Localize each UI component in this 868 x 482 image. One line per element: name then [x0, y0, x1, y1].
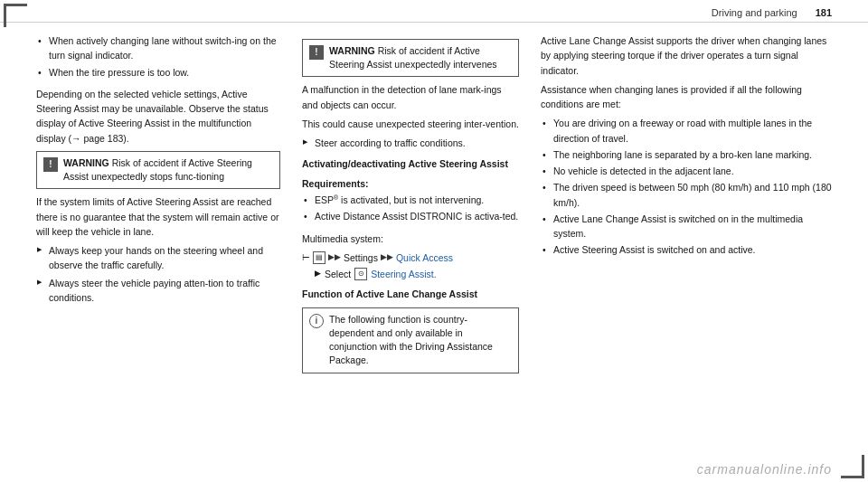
- section-head-activating: Activating/deactivating Active Steering …: [302, 156, 519, 171]
- function-head: Function of Active Lane Change Assist: [302, 287, 519, 301]
- steering-icon: ⊙: [358, 269, 364, 279]
- list-item: Active Steering Assist is switched on an…: [541, 242, 832, 257]
- page-header: Driving and parking 181: [0, 0, 868, 23]
- note-text-1: The following function is country-depend…: [329, 313, 512, 368]
- left-column: When actively changing lane without swit…: [36, 33, 280, 463]
- multimedia-path: ⊢ ▤ ▶▶ Settings ▶▶ Quick Access: [302, 250, 519, 265]
- info-icon: i: [309, 314, 324, 328]
- middle-column: ! WARNING Risk of accident if Active Ste…: [302, 33, 519, 463]
- corner-decoration-tl: [4, 4, 27, 27]
- left-arrow-list: Always keep your hands on the steering w…: [36, 243, 280, 305]
- car-home-icon: ⊢: [302, 250, 310, 265]
- warning-icon-2: !: [309, 45, 324, 60]
- select-label: Select: [325, 267, 351, 281]
- steering-icon-box: ⊙: [354, 268, 367, 280]
- path-arrow-2: ▶▶: [381, 251, 393, 264]
- main-content: When actively changing lane without swit…: [0, 23, 868, 472]
- list-item: When actively changing lane without swit…: [36, 33, 280, 63]
- requirements-list: ESP® is activated, but is not intervenin…: [302, 193, 519, 224]
- mid-para2: This could cause unexpected steering int…: [302, 117, 519, 131]
- note-box-1: i The following function is country-depe…: [302, 307, 519, 373]
- list-item: The driven speed is between 50 mph (80 k…: [541, 180, 832, 210]
- list-item: You are driving on a freeway or road wit…: [541, 116, 832, 146]
- list-item: The neighboring lane is separated by a b…: [541, 147, 832, 162]
- corner-decoration-br: [841, 455, 864, 478]
- menu-icon-box: ▤: [313, 251, 326, 264]
- right-para2: Assistance when changing lanes is provid…: [541, 82, 832, 112]
- select-row: ▶ Select ⊙ Steering Assist.: [315, 267, 519, 281]
- mid-mm-label: Multimedia system:: [302, 232, 519, 246]
- menu-icon: ▤: [316, 252, 323, 263]
- left-warning1-body: If the system limits of Active Steering …: [36, 194, 280, 239]
- page-container: Driving and parking 181 When actively ch…: [0, 0, 868, 482]
- right-bullet-list: You are driving on a freeway or road wit…: [541, 116, 832, 257]
- right-para1: Active Lane Change Assist supports the d…: [541, 33, 832, 78]
- warning-text-1: WARNING Risk of accident if Active Steer…: [63, 156, 273, 184]
- list-item: Active Lane Change Assist is switched on…: [541, 212, 832, 241]
- list-item: Always keep your hands on the steering w…: [36, 243, 280, 273]
- warning-box-1: ! WARNING Risk of accident if Active Ste…: [36, 151, 280, 189]
- left-bullet-list: When actively changing lane without swit…: [36, 33, 280, 80]
- list-item: Active Distance Assist DISTRONIC is acti…: [302, 209, 519, 223]
- path-arrow-1: ▶▶: [328, 251, 341, 264]
- mid-arrow-list: Steer according to traffic conditions.: [302, 136, 519, 150]
- watermark: carmanualonline.info: [697, 462, 832, 477]
- steering-assist-label: Steering Assist.: [371, 267, 436, 281]
- right-column: Active Lane Change Assist supports the d…: [541, 33, 832, 463]
- warning-box-2: ! WARNING Risk of accident if Active Ste…: [302, 39, 519, 77]
- list-item: Steer according to traffic conditions.: [302, 136, 519, 150]
- header-title: Driving and parking: [712, 7, 797, 18]
- list-item: No vehicle is detected in the adjacent l…: [541, 164, 832, 178]
- mid-para1: A malfunction in the detection of lane m…: [302, 82, 519, 112]
- quick-access-label: Quick Access: [396, 250, 453, 265]
- select-arrow-icon: ▶: [315, 268, 321, 280]
- settings-label: Settings: [344, 250, 378, 265]
- list-item: Always steer the vehicle paying atten-ti…: [36, 276, 280, 306]
- left-para1: Depending on the selected vehicle settin…: [36, 87, 280, 146]
- warning-text-2: WARNING Risk of accident if Active Steer…: [329, 44, 512, 71]
- header-page-number: 181: [816, 7, 832, 18]
- list-item: ESP® is activated, but is not intervenin…: [302, 193, 519, 207]
- section-head-requirements: Requirements:: [302, 176, 519, 191]
- list-item: When the tire pressure is too low.: [36, 65, 280, 80]
- warning-icon-1: !: [43, 157, 58, 172]
